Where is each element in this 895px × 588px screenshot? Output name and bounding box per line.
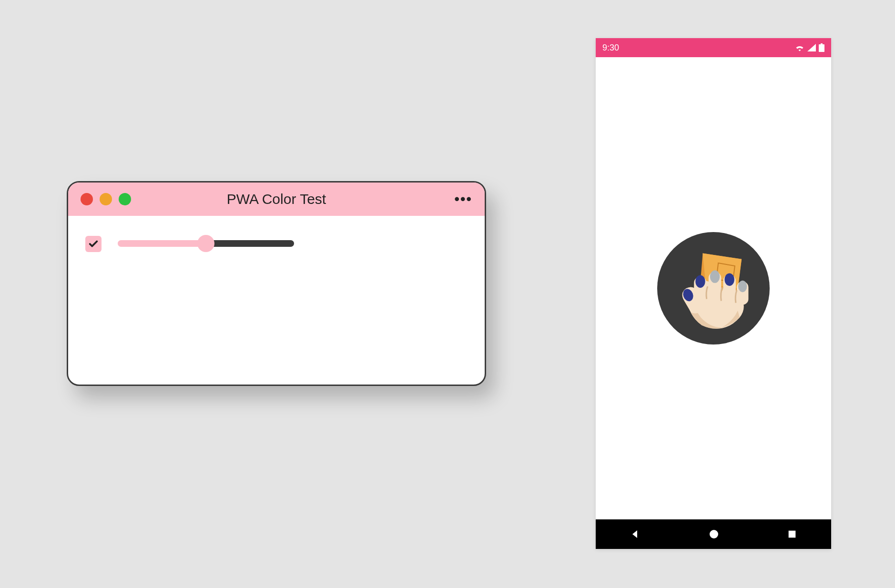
nav-bar: [596, 519, 831, 549]
svg-point-3: [695, 275, 705, 288]
nav-back-button[interactable]: [630, 528, 641, 540]
slider[interactable]: [118, 235, 294, 252]
svg-point-11: [710, 530, 718, 538]
desktop-window: PWA Color Test •••: [67, 181, 486, 386]
phone-body: [596, 57, 831, 519]
window-body: [68, 216, 485, 385]
svg-rect-12: [789, 531, 796, 538]
minimize-button[interactable]: [100, 193, 112, 205]
slider-thumb[interactable]: [197, 235, 214, 252]
back-icon: [630, 528, 641, 540]
nav-home-button[interactable]: [708, 528, 720, 540]
nav-recents-button[interactable]: [787, 529, 797, 539]
slider-rest: [206, 240, 294, 247]
zoom-button[interactable]: [119, 193, 131, 205]
status-icons: [795, 43, 824, 52]
status-time: 9:30: [602, 43, 619, 53]
checkbox[interactable]: [85, 236, 102, 252]
svg-point-9: [738, 281, 747, 292]
titlebar: PWA Color Test •••: [68, 182, 485, 216]
check-icon: [88, 239, 99, 249]
more-button[interactable]: •••: [454, 192, 472, 206]
recents-icon: [787, 529, 797, 539]
svg-rect-0: [819, 44, 824, 52]
svg-point-5: [710, 270, 720, 283]
home-icon: [708, 528, 720, 540]
slider-fill: [118, 240, 206, 247]
battery-icon: [819, 43, 824, 52]
signal-icon: [807, 44, 816, 51]
svg-point-7: [724, 273, 734, 286]
status-bar: 9:30: [596, 38, 831, 57]
traffic-lights: [81, 193, 131, 205]
squoosh-logo-icon: [665, 240, 762, 337]
svg-rect-1: [821, 43, 823, 44]
splash-icon-circle: [657, 232, 770, 345]
close-button[interactable]: [81, 193, 93, 205]
phone-frame: 9:30: [596, 38, 831, 549]
wifi-icon: [795, 44, 804, 51]
